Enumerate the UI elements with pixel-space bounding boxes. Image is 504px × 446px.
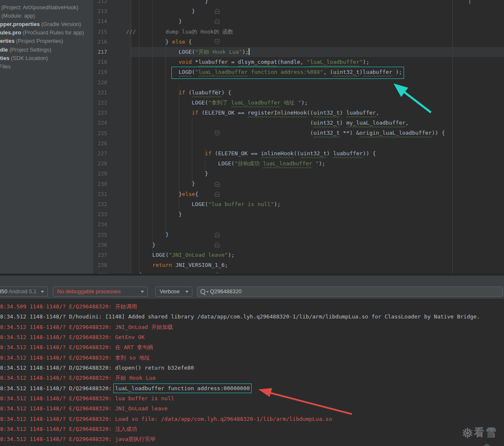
code-line[interactable]: } — [126, 6, 504, 16]
log-annotation-box: luaL_loadbuffer function address:0000000… — [115, 385, 250, 391]
line-number[interactable]: 215 — [94, 27, 107, 37]
line-number[interactable]: 239 — [94, 270, 107, 274]
tree-item[interactable]: dle (Project Settings) — [0, 46, 93, 54]
code-editor[interactable]: 2122132142152162172182192202212222232242… — [93, 0, 504, 274]
line-number[interactable]: 213 — [94, 6, 107, 16]
line-number[interactable]: 233 — [94, 209, 107, 219]
code-line[interactable]: }else{ — [126, 189, 504, 199]
code-line[interactable]: if (ELE7EN_OK == registerInlineHook((uin… — [126, 108, 504, 118]
chevron-down-icon — [141, 291, 144, 293]
logcat-line: 8:34.512 1148-1148/? E/Q296488320: 在 ART… — [0, 342, 504, 352]
line-number[interactable]: 225 — [94, 128, 107, 138]
line-number[interactable]: 237 — [94, 250, 107, 260]
tree-item[interactable]: (Module: app) — [1, 12, 93, 20]
line-number[interactable]: 232 — [94, 199, 107, 209]
search-options-icon[interactable] — [206, 291, 209, 293]
text-cursor — [249, 48, 249, 55]
code-line[interactable]: if (ELE7EN_OK == inlineHook((uint32_t) l… — [126, 149, 504, 159]
snowflake-icon: ❅ — [461, 425, 474, 442]
line-number[interactable]: 219 — [94, 67, 107, 77]
line-number[interactable]: 220 — [94, 78, 107, 88]
process-selector-value: No debuggable processes — [57, 288, 121, 295]
code-line[interactable]: if (luabuffer) { — [126, 88, 504, 98]
line-number[interactable]: 226 — [94, 138, 107, 149]
tree-item[interactable]: ties (SDK Location) — [0, 54, 93, 63]
tree-item[interactable]: ules.pro (ProGuard Rules for app) — [0, 29, 93, 37]
code-line[interactable]: LOGE("开始 Hook Lua"); — [126, 47, 504, 57]
code-line[interactable] — [126, 78, 504, 88]
logcat-line: 8:34.512 1148-1148/? E/Q296488320: 注入成功 — [0, 424, 504, 434]
line-number[interactable]: 212 — [94, 0, 107, 6]
line-number[interactable]: 224 — [94, 118, 107, 128]
logcat-line: 8:34.512 1148-1148/? E/Q296488320: JNI_O… — [0, 322, 504, 332]
logcat-line: 8:34.512 1148-1148/? E/Q296488320: JNI_O… — [0, 404, 504, 414]
line-number[interactable]: 218 — [94, 57, 107, 67]
log-level-value: Verbose — [160, 288, 180, 295]
line-number[interactable]: 214 — [94, 16, 107, 26]
code-lines: } } }/// dump lua的 Hook的 函数 } else { LOG… — [126, 0, 504, 274]
line-number[interactable]: 235 — [94, 230, 107, 240]
code-line[interactable]: } — [126, 0, 504, 6]
line-number[interactable]: 216 — [94, 37, 107, 47]
device-selector[interactable]: 9350 Android 5.1 — [0, 287, 48, 297]
chevron-down-icon — [41, 291, 44, 293]
tree-item[interactable]: erties (Project Properties) — [0, 37, 93, 45]
line-number[interactable]: 230 — [94, 179, 107, 189]
project-tree-panel[interactable]: (Project: ArtXposedNativeHook)(Module: a… — [0, 0, 93, 274]
logcat-lines: 8:34.509 1148-1148/? E/Q296488320: 开始调用8… — [0, 302, 504, 445]
line-number[interactable]: 228 — [94, 159, 107, 169]
logcat-line: 8:34.512 1148-1148/? E/Q296488320: lua b… — [0, 394, 504, 404]
code-line[interactable]: LOGE("挂钩成功 luaL_loadbuffer "); — [126, 159, 504, 169]
logcat-line: 8:34.512 1148-1148/? D/Q296488320: luaL_… — [0, 383, 504, 394]
ide-window: (Project: ArtXposedNativeHook)(Module: a… — [0, 0, 504, 446]
watermark-text: 看雪 — [474, 426, 497, 438]
process-selector[interactable]: No debuggable processes — [53, 287, 148, 297]
search-input[interactable]: Q296488320 — [197, 287, 503, 297]
code-line[interactable]: return JNI_VERSION_1_6; — [126, 260, 504, 270]
line-number[interactable]: 217 — [94, 47, 107, 57]
line-number[interactable]: 229 — [94, 169, 107, 179]
code-line[interactable]: } — [126, 169, 504, 179]
logcat-line: 8:34.512 1148-1148/? E/Q296488320: 开始 Ho… — [0, 373, 504, 383]
logcat-toolbar: 9350 Android 5.1 No debuggable processes… — [0, 276, 504, 299]
line-number[interactable]: 231 — [94, 189, 107, 199]
code-line[interactable]: LOGE("lua buffer is null"); — [126, 199, 504, 209]
code-line[interactable]: } — [126, 209, 504, 219]
device-model: 9350 — [0, 288, 8, 295]
logcat-line: 8:34.512 1148-1148/? E/Q296488320: GetEn… — [0, 332, 504, 342]
code-line[interactable]: LOGE("JNI_OnLoad leave"); — [126, 250, 504, 260]
code-line[interactable]: /// dump lua的 Hook的 函数 — [126, 27, 504, 37]
line-number[interactable]: 221 — [94, 88, 107, 98]
log-level-selector[interactable]: Verbose — [155, 287, 192, 297]
logcat-line: 8:34.512 1148-1148/? E/Q296488320: Load … — [0, 414, 504, 424]
snowflake-icon: ❅ — [483, 442, 491, 446]
code-line[interactable] — [126, 138, 504, 149]
line-number[interactable]: 238 — [94, 260, 107, 270]
search-input-value: Q296488320 — [210, 287, 242, 296]
logcat-line: 8:34.512 1148-1148/? D/Q296488320: dlope… — [0, 363, 504, 373]
logcat-line: 8:34.512 1148-1148/? E/Q296488320: java层… — [0, 434, 504, 444]
code-annotation-box — [171, 67, 404, 79]
code-line[interactable] — [126, 219, 504, 230]
line-number[interactable]: 222 — [94, 98, 107, 108]
code-line[interactable]: (uint32_t **) &origin_luaL_loadbuffer)) … — [126, 128, 504, 138]
tree-item[interactable]: Files — [0, 63, 93, 71]
line-number[interactable]: 223 — [94, 108, 107, 118]
code-line[interactable]: void *luabuffer = dlsym_compat(handle, "… — [126, 57, 504, 67]
code-line[interactable]: } — [126, 230, 504, 240]
code-line[interactable]: (uint32_t) my_luaL_loadbuffer, — [126, 118, 504, 128]
device-os: Android 5.1 — [8, 288, 37, 295]
code-line[interactable]: } — [126, 16, 504, 26]
tree-item[interactable]: pper.properties (Gradle Version) — [0, 20, 93, 29]
code-line[interactable]: } else { — [126, 37, 504, 47]
code-line[interactable]: LOGE("拿到了 luaL_loadbuffer 地址 "); — [126, 98, 504, 108]
logcat-line: 8:34.509 1148-1148/? E/Q296488320: 开始调用 — [0, 302, 504, 312]
line-number[interactable]: 236 — [94, 240, 107, 250]
code-line[interactable]: } — [126, 179, 504, 189]
code-line[interactable]: } — [126, 240, 504, 250]
line-number[interactable]: 234 — [94, 219, 107, 230]
code-line[interactable]: } — [126, 270, 504, 274]
logcat-console[interactable]: 8:34.509 1148-1148/? E/Q296488320: 开始调用8… — [0, 299, 504, 446]
tree-item[interactable]: (Project: ArtXposedNativeHook) — [1, 3, 93, 12]
line-number[interactable]: 227 — [94, 149, 107, 159]
